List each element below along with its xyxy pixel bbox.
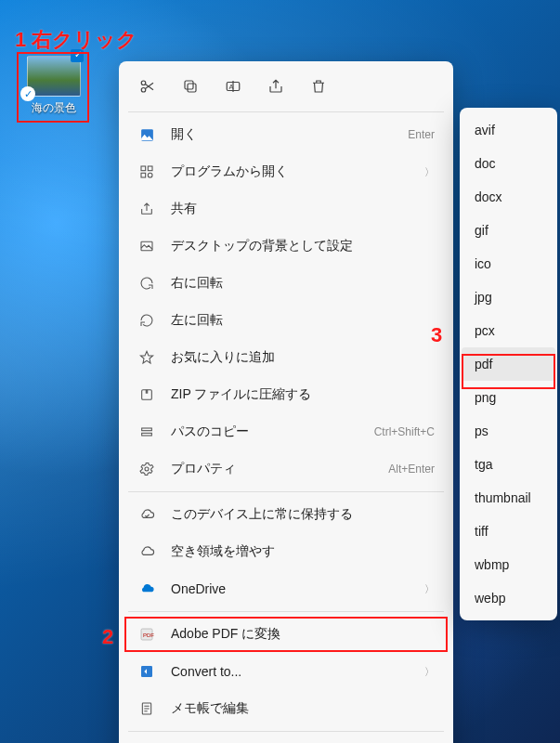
menu-zip[interactable]: ZIP ファイルに圧縮する <box>124 376 448 413</box>
menu-adobe-pdf[interactable]: PDF Adobe PDF に変換 <box>124 616 448 653</box>
onedrive-icon <box>137 580 156 598</box>
context-top-actions: A <box>124 67 448 108</box>
annotation-step3-label: 3 <box>431 323 442 347</box>
menu-onedrive[interactable]: OneDrive 〉 <box>124 570 448 607</box>
apps-icon <box>137 163 156 181</box>
svg-rect-7 <box>141 166 146 171</box>
svg-rect-13 <box>142 428 152 431</box>
cut-icon[interactable] <box>137 76 158 97</box>
menu-label: ZIP ファイルに圧縮する <box>171 386 311 403</box>
submenu-item-thumbnail[interactable]: thumbnail <box>462 481 555 515</box>
convert-submenu: avif doc docx gif ico jpg pcx pdf png ps… <box>460 108 557 620</box>
adobe-pdf-icon: PDF <box>137 625 156 644</box>
menu-label: 右に回転 <box>171 275 223 292</box>
delete-icon[interactable] <box>308 76 329 97</box>
submenu-item-docx[interactable]: docx <box>462 180 555 214</box>
menu-label: 左に回転 <box>171 312 223 329</box>
rotate-right-icon <box>137 274 156 293</box>
svg-text:A: A <box>229 83 234 91</box>
menu-label: パスのコピー <box>171 424 249 440</box>
divider <box>128 731 444 732</box>
properties-icon <box>137 460 156 478</box>
svg-rect-8 <box>148 166 152 171</box>
menu-hint: Alt+Enter <box>388 463 435 476</box>
menu-label: プログラムから開く <box>171 163 288 180</box>
svg-point-1 <box>141 88 146 93</box>
submenu-item-ico[interactable]: ico <box>462 247 555 280</box>
menu-rotate-left[interactable]: 左に回転 <box>124 302 448 339</box>
submenu-item-avif[interactable]: avif <box>462 113 555 147</box>
submenu-item-tiff[interactable]: tiff <box>462 515 555 548</box>
menu-label: デスクトップの背景として設定 <box>171 238 353 254</box>
submenu-item-doc[interactable]: doc <box>462 147 555 180</box>
menu-set-background[interactable]: デスクトップの背景として設定 <box>124 228 448 265</box>
svg-point-15 <box>145 467 149 471</box>
menu-label: 開く <box>171 126 197 143</box>
submenu-item-webp[interactable]: webp <box>462 581 555 615</box>
chevron-right-icon: 〉 <box>424 165 435 179</box>
menu-label: OneDrive <box>171 581 226 596</box>
menu-rotate-right[interactable]: 右に回転 <box>124 265 448 302</box>
svg-rect-2 <box>188 84 196 92</box>
file-label: 海の景色 <box>22 100 85 116</box>
menu-label: メモ帳で編集 <box>171 700 249 717</box>
share-icon[interactable] <box>266 76 286 97</box>
menu-label: お気に入りに追加 <box>171 349 275 366</box>
menu-favorite[interactable]: お気に入りに追加 <box>124 339 448 376</box>
svg-rect-3 <box>185 81 193 89</box>
file-thumbnail <box>27 56 81 97</box>
menu-open[interactable]: 開く Enter <box>124 116 448 153</box>
svg-text:PDF: PDF <box>143 632 154 638</box>
menu-hint: Enter <box>408 128 435 141</box>
menu-open-with[interactable]: プログラムから開く 〉 <box>124 153 448 190</box>
image-icon <box>137 125 156 144</box>
copy-icon[interactable] <box>180 76 201 97</box>
svg-point-10 <box>148 173 152 177</box>
menu-free-space[interactable]: 空き領域を増やす <box>124 533 448 570</box>
submenu-item-tga[interactable]: tga <box>462 448 555 481</box>
menu-label: 共有 <box>171 201 197 217</box>
submenu-item-pdf[interactable]: pdf <box>462 347 555 381</box>
submenu-item-wbmp[interactable]: wbmp <box>462 548 555 581</box>
divider <box>128 491 444 492</box>
submenu-item-pcx[interactable]: pcx <box>462 314 555 347</box>
notepad-icon <box>137 699 156 718</box>
share-out-icon <box>137 200 156 218</box>
picture-icon <box>137 237 156 255</box>
star-icon <box>137 348 156 367</box>
chevron-right-icon: 〉 <box>424 665 435 679</box>
annotation-step1-label: 1 右クリック <box>15 26 137 54</box>
menu-properties[interactable]: プロパティ Alt+Enter <box>124 450 448 488</box>
divider <box>128 611 444 612</box>
menu-label: Convert to... <box>171 664 241 679</box>
svg-rect-14 <box>142 433 152 436</box>
menu-label: このデバイス上に常に保持する <box>171 506 353 523</box>
submenu-item-png[interactable]: png <box>462 381 555 414</box>
context-menu: A 開く Enter プログラムから開く 〉 共有 デスクトップの背景として設定… <box>119 61 453 743</box>
svg-point-0 <box>141 81 146 85</box>
sync-check-icon: ✓ <box>20 86 35 101</box>
chevron-right-icon: 〉 <box>424 582 435 596</box>
cloud-icon <box>137 542 156 561</box>
desktop-file-icon[interactable]: ✓ 海の景色 <box>22 56 85 116</box>
annotation-step2-label: 2 <box>102 625 113 649</box>
rename-icon[interactable]: A <box>223 76 243 97</box>
menu-copy-path[interactable]: パスのコピー Ctrl+Shift+C <box>124 413 448 450</box>
svg-rect-9 <box>141 173 146 177</box>
cloud-check-icon <box>137 505 156 524</box>
zip-icon <box>137 385 156 404</box>
submenu-item-jpg[interactable]: jpg <box>462 280 555 314</box>
menu-hint: Ctrl+Shift+C <box>374 425 435 438</box>
path-icon <box>137 423 156 441</box>
menu-label: Adobe PDF に変換 <box>171 626 280 643</box>
rotate-left-icon <box>137 311 156 330</box>
convert-icon <box>137 662 156 681</box>
menu-keep-device[interactable]: このデバイス上に常に保持する <box>124 496 448 533</box>
submenu-item-ps[interactable]: ps <box>462 414 555 448</box>
submenu-item-gif[interactable]: gif <box>462 214 555 247</box>
divider <box>128 111 444 112</box>
menu-share[interactable]: 共有 <box>124 190 448 228</box>
menu-convert-to[interactable]: Convert to... 〉 <box>124 653 448 690</box>
menu-notepad[interactable]: メモ帳で編集 <box>124 690 448 727</box>
menu-more-options[interactable]: その他のオプションを確認 <box>124 736 448 743</box>
